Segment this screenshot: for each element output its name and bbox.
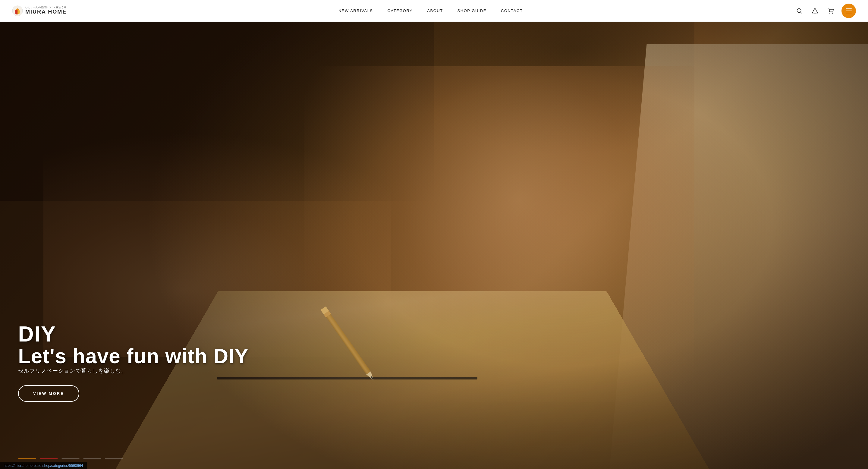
nav-shop-guide[interactable]: SHOP GUIDE [458, 8, 487, 13]
header-icons [795, 4, 856, 18]
hero-section: DIY Let's have fun with DIY セルフリノベーションで暮… [0, 22, 868, 469]
nav-category[interactable]: CATEGORY [388, 8, 413, 13]
logo-link[interactable]: ひとり一人の笑顔がつつく家まくり MIURA HOME [12, 5, 67, 16]
slide-dot-3[interactable] [61, 459, 80, 459]
svg-point-3 [18, 10, 20, 14]
nav-contact[interactable]: CONTACT [501, 8, 523, 13]
hero-title-diy: DIY [18, 323, 249, 345]
hamburger-line-2 [846, 10, 852, 11]
site-header: ひとり一人の笑顔がつつく家まくり MIURA HOME NEW ARRIVALS… [0, 0, 868, 22]
svg-line-5 [801, 12, 802, 13]
hero-description: セルフリノベーションで暮らしを楽しむ。 [18, 367, 249, 374]
hamburger-line-3 [846, 13, 852, 13]
search-button[interactable] [795, 6, 804, 16]
status-bar: https://miurahome.base.shop/categories/5… [0, 462, 87, 469]
status-url: https://miurahome.base.shop/categories/5… [4, 464, 83, 468]
view-more-button[interactable]: VIEW MORE [18, 385, 79, 402]
nav-new-arrivals[interactable]: NEW ARRIVALS [338, 8, 373, 13]
main-nav: NEW ARRIVALS CATEGORY ABOUT SHOP GUIDE C… [338, 8, 523, 13]
hero-content: DIY Let's have fun with DIY セルフリノベーションで暮… [18, 323, 249, 402]
svg-point-10 [832, 13, 833, 13]
slide-dot-5[interactable] [105, 459, 123, 459]
cart-icon [828, 8, 834, 14]
svg-point-2 [15, 10, 18, 14]
nav-about[interactable]: ABOUT [427, 8, 443, 13]
search-icon [796, 8, 802, 14]
logo-name: MIURA HOME [25, 9, 67, 15]
slide-dot-4[interactable] [83, 459, 101, 459]
slide-indicators [18, 459, 123, 459]
hero-title-subtitle: Let's have fun with DIY [18, 345, 249, 368]
tent-icon [812, 7, 818, 14]
tent-button[interactable] [810, 6, 820, 16]
logo-icon [12, 5, 23, 16]
slide-dot-1[interactable] [18, 459, 36, 459]
svg-point-9 [830, 13, 830, 13]
hamburger-menu-button[interactable] [841, 4, 856, 18]
cart-button[interactable] [826, 6, 835, 16]
slide-dot-2[interactable] [40, 459, 58, 459]
hamburger-line-1 [846, 8, 852, 9]
